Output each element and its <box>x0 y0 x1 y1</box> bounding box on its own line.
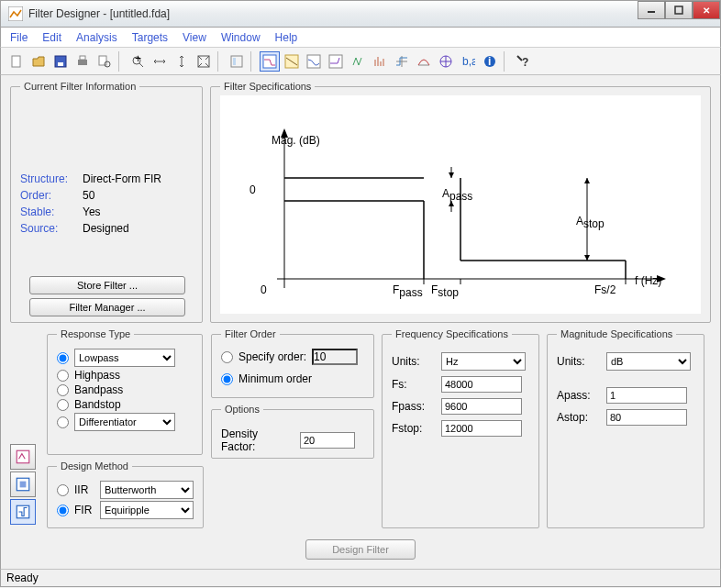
svg-rect-6 <box>78 60 87 65</box>
stable-value: Yes <box>83 204 161 220</box>
fpass-field[interactable] <box>441 398 522 415</box>
response-type-panel: Response Type Lowpass Highpass Bandpass … <box>47 328 203 455</box>
frequency-spec-panel: Frequency Specifications Units:Hz Fs: Fp… <box>382 328 539 528</box>
svg-text:i: i <box>488 55 491 68</box>
bandstop-radio[interactable] <box>57 399 69 411</box>
svg-rect-18 <box>307 55 320 68</box>
fs-legend: Filter Specifications <box>220 81 315 92</box>
current-filter-info-panel: Current Filter Information Structure: Or… <box>10 81 203 323</box>
save-icon[interactable] <box>50 51 71 72</box>
mag-phase-icon[interactable] <box>304 51 324 72</box>
zoom-y-icon[interactable] <box>172 51 192 72</box>
client-area: Current Filter Information Structure: Or… <box>0 75 721 569</box>
app-icon <box>8 6 23 21</box>
filter-manager-button[interactable]: Filter Manager ... <box>29 298 185 316</box>
filter-order-panel: Filter Order Specify order: Minimum orde… <box>211 328 374 398</box>
view-quantize-icon[interactable] <box>10 499 36 525</box>
group-delay-icon[interactable] <box>326 51 346 72</box>
svg-marker-41 <box>584 255 590 261</box>
differentiator-select[interactable]: Differentiator <box>74 413 175 431</box>
maximize-button[interactable] <box>665 1 693 19</box>
iir-select[interactable]: Butterworth <box>100 481 194 499</box>
apass-field[interactable] <box>606 387 687 404</box>
cfi-legend: Current Filter Information <box>20 81 139 92</box>
impulse-response-icon[interactable] <box>370 51 390 72</box>
mag-response-icon[interactable] <box>260 51 280 72</box>
highpass-radio[interactable] <box>57 370 69 382</box>
menu-view[interactable]: View <box>183 31 206 44</box>
options-panel: Options Density Factor: <box>211 404 374 459</box>
menu-file[interactable]: File <box>10 31 28 44</box>
filter-info-icon[interactable]: b,a <box>458 51 478 72</box>
svg-rect-5 <box>58 62 63 66</box>
svg-marker-36 <box>449 172 454 178</box>
differentiator-radio[interactable] <box>57 416 69 428</box>
svg-rect-8 <box>99 56 106 65</box>
store-filter-button[interactable]: Store Filter ... <box>29 276 185 294</box>
svg-rect-14 <box>231 56 242 67</box>
new-icon[interactable] <box>6 51 27 72</box>
print-preview-icon[interactable] <box>94 51 115 72</box>
stable-label: Stable: <box>20 204 68 220</box>
bandpass-radio[interactable] <box>57 384 69 396</box>
spec-plot: Mag. (dB) 0 Apass Astop 0 Fpass Fstop Fs… <box>220 95 701 314</box>
iir-radio[interactable] <box>57 484 69 496</box>
svg-rect-47 <box>20 482 27 488</box>
specify-order-field[interactable] <box>312 349 358 365</box>
close-button[interactable]: ✕ <box>693 1 720 19</box>
zoom-in-icon[interactable]: + <box>128 51 148 72</box>
filter-coeffs-icon[interactable] <box>436 51 456 72</box>
svg-rect-2 <box>675 6 682 14</box>
lowpass-select[interactable]: Lowpass <box>74 349 175 367</box>
svg-rect-16 <box>263 55 276 68</box>
zoom-x-icon[interactable] <box>150 51 170 72</box>
full-view-icon[interactable] <box>194 51 214 72</box>
svg-text:?: ? <box>522 56 528 69</box>
fstop-field[interactable] <box>441 420 522 437</box>
order-label: Order: <box>20 187 68 204</box>
filter-specs-icon[interactable] <box>227 51 247 72</box>
open-icon[interactable] <box>28 51 49 72</box>
context-help-icon[interactable]: ? <box>513 51 533 72</box>
status-text: Ready <box>6 571 39 584</box>
minimize-button[interactable] <box>638 1 665 19</box>
menu-targets[interactable]: Targets <box>132 31 168 44</box>
svg-rect-7 <box>80 56 85 60</box>
view-toggle-bar <box>10 328 39 528</box>
info-icon[interactable]: i <box>480 51 500 72</box>
toolbar: + b,a i ? <box>0 48 721 75</box>
phase-delay-icon[interactable] <box>348 51 368 72</box>
phase-response-icon[interactable] <box>282 51 302 72</box>
view-design-icon[interactable] <box>10 444 36 470</box>
density-factor-field[interactable] <box>300 432 355 449</box>
lowpass-radio[interactable] <box>57 352 69 364</box>
print-icon[interactable] <box>72 51 93 72</box>
freq-units-select[interactable]: Hz <box>441 352 526 371</box>
menu-analysis[interactable]: Analysis <box>76 31 117 44</box>
mag-units-select[interactable]: dB <box>606 352 691 371</box>
status-bar: Ready <box>0 569 721 587</box>
fir-select[interactable]: Equiripple <box>100 501 194 519</box>
fir-radio[interactable] <box>57 505 69 516</box>
fs-field[interactable] <box>441 376 522 393</box>
minimum-order-radio[interactable] <box>221 373 233 385</box>
menu-help[interactable]: Help <box>275 31 298 44</box>
source-value: Designed <box>83 220 161 237</box>
svg-text:b,a: b,a <box>462 55 475 68</box>
pole-zero-icon[interactable] <box>414 51 434 72</box>
design-filter-button[interactable]: Design Filter <box>305 539 416 560</box>
svg-rect-19 <box>329 55 342 68</box>
svg-rect-3 <box>12 56 20 67</box>
filter-specifications-panel: Filter Specifications <box>210 81 711 323</box>
zero-label: 0 <box>250 183 256 196</box>
window-title: Filter Designer - [untitled.fda] <box>28 7 170 20</box>
astop-field[interactable] <box>606 409 687 426</box>
step-response-icon[interactable] <box>392 51 412 72</box>
svg-rect-15 <box>233 58 236 65</box>
menu-edit[interactable]: Edit <box>42 31 61 44</box>
structure-label: Structure: <box>20 171 68 187</box>
view-import-icon[interactable] <box>10 472 36 497</box>
specify-order-radio[interactable] <box>221 351 233 363</box>
menu-window[interactable]: Window <box>221 31 261 44</box>
order-value: 50 <box>83 187 161 204</box>
